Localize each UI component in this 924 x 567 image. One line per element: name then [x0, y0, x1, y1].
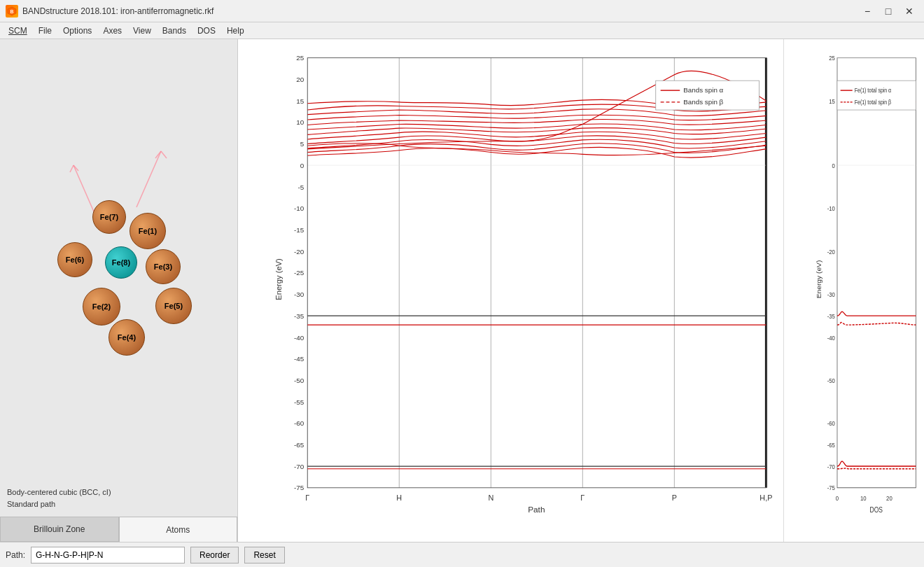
dos-chart: 25 15 0 -10 -20 -30 -35 -40 -50 -60 -65 … [784, 39, 924, 542]
svg-rect-51 [656, 80, 760, 110]
reset-button[interactable]: Reset [244, 547, 284, 564]
svg-text:-10: -10 [827, 205, 835, 213]
menu-bands[interactable]: Bands [157, 24, 192, 37]
svg-text:-40: -40 [827, 334, 835, 342]
svg-line-5 [136, 151, 161, 207]
molecule-view: Fe(4) Fe(2) Fe(5) Fe(6) Fe(8) Fe(3) Fe(1… [0, 39, 237, 517]
minimize-button[interactable]: − [858, 4, 876, 18]
atom-fe2: Fe(2) [83, 288, 120, 326]
band-chart-svg: 25 20 15 10 5 0 -5 -10 -15 -20 -25 -30 -… [273, 45, 783, 514]
svg-text:DOS: DOS [870, 505, 883, 514]
svg-line-3 [70, 165, 74, 172]
close-button[interactable]: ✕ [900, 4, 918, 18]
svg-text:Bands spin β: Bands spin β [683, 98, 724, 106]
atom-fe3: Fe(3) [146, 249, 181, 284]
svg-text:N: N [488, 494, 493, 503]
svg-text:5: 5 [300, 140, 304, 148]
atom-fe1: Fe(1) [130, 213, 166, 249]
dos-chart-svg: 25 15 0 -10 -20 -30 -35 -40 -50 -60 -65 … [816, 45, 924, 514]
window-title: BANDstructure 2018.101: iron-antiferroma… [22, 6, 858, 16]
reorder-button[interactable]: Reorder [190, 547, 239, 564]
path-label: Path: [6, 550, 25, 560]
svg-text:10: 10 [860, 495, 867, 503]
svg-text:0: 0 [836, 495, 839, 503]
left-panel: Fe(4) Fe(2) Fe(5) Fe(6) Fe(8) Fe(3) Fe(1… [0, 39, 238, 542]
svg-text:-75: -75 [827, 484, 835, 492]
svg-text:25: 25 [296, 55, 304, 62]
svg-text:-10: -10 [294, 205, 304, 213]
svg-text:-25: -25 [294, 270, 304, 277]
svg-text:15: 15 [829, 97, 835, 105]
app-icon: B [6, 5, 18, 18]
svg-text:-55: -55 [294, 398, 304, 406]
svg-text:-30: -30 [294, 290, 304, 298]
menu-scm[interactable]: SCM [3, 24, 33, 37]
svg-text:-35: -35 [827, 312, 835, 320]
atom-fe6: Fe(6) [57, 242, 92, 277]
svg-text:-20: -20 [294, 248, 304, 255]
title-bar: B BANDstructure 2018.101: iron-antiferro… [0, 0, 924, 22]
svg-text:Energy (eV): Energy (eV) [274, 258, 283, 300]
svg-text:-75: -75 [294, 484, 304, 492]
svg-text:15: 15 [296, 97, 304, 105]
svg-line-4 [74, 165, 78, 171]
svg-text:Bands spin α: Bands spin α [683, 86, 724, 94]
tab-bar: Brillouin Zone Atoms [0, 517, 237, 542]
menu-help[interactable]: Help [221, 24, 250, 37]
maximize-button[interactable]: □ [879, 4, 897, 18]
svg-text:H,P: H,P [760, 494, 772, 503]
svg-text:-60: -60 [827, 420, 835, 428]
svg-text:-35: -35 [294, 312, 304, 320]
svg-text:25: 25 [829, 55, 835, 62]
svg-text:-30: -30 [827, 290, 835, 298]
svg-line-6 [155, 151, 161, 158]
svg-text:0: 0 [300, 162, 304, 169]
menu-view[interactable]: View [127, 24, 157, 37]
svg-text:Γ: Γ [305, 494, 309, 503]
svg-text:Path: Path [528, 505, 545, 514]
svg-text:-65: -65 [294, 441, 304, 449]
path-input[interactable] [31, 547, 185, 564]
menu-file[interactable]: File [33, 24, 57, 37]
svg-text:-40: -40 [294, 334, 304, 342]
tab-atoms[interactable]: Atoms [119, 517, 238, 542]
svg-text:H: H [396, 494, 402, 503]
svg-text:-50: -50 [827, 377, 835, 384]
tab-brillouin-zone[interactable]: Brillouin Zone [0, 517, 119, 542]
status-bar: Path: Reorder Reset [0, 542, 924, 567]
svg-text:Energy (eV): Energy (eV) [816, 260, 822, 299]
menu-axes[interactable]: Axes [97, 24, 127, 37]
atom-fe4: Fe(4) [108, 319, 145, 356]
charts-area: 25 20 15 10 5 0 -5 -10 -15 -20 -25 -30 -… [238, 39, 924, 542]
crystal-info: Body-centered cubic (BCC, cI) Standard p… [7, 486, 111, 510]
svg-text:20: 20 [296, 76, 304, 83]
svg-text:-70: -70 [294, 463, 304, 470]
menu-options[interactable]: Options [57, 24, 97, 37]
svg-text:Fe(1)  total spin β: Fe(1) total spin β [855, 99, 892, 106]
menu-bar: SCM File Options Axes View Bands DOS Hel… [0, 22, 924, 39]
svg-text:-70: -70 [827, 463, 835, 470]
atom-fe5: Fe(5) [155, 288, 192, 324]
svg-text:20: 20 [886, 495, 892, 503]
window-controls: − □ ✕ [858, 4, 918, 18]
svg-text:10: 10 [296, 119, 304, 127]
svg-text:B: B [10, 9, 13, 14]
svg-text:0: 0 [832, 162, 836, 169]
menu-dos[interactable]: DOS [192, 24, 221, 37]
svg-text:-5: -5 [298, 183, 304, 191]
svg-text:-15: -15 [294, 226, 304, 234]
svg-text:Fe(1)  total spin α: Fe(1) total spin α [855, 87, 892, 94]
svg-text:P: P [672, 494, 677, 503]
svg-text:-20: -20 [827, 248, 835, 255]
svg-text:Γ: Γ [580, 494, 584, 503]
svg-text:-60: -60 [294, 420, 304, 428]
svg-text:-45: -45 [294, 356, 304, 363]
atom-fe7: Fe(7) [92, 200, 126, 234]
svg-line-7 [161, 151, 167, 158]
band-chart: 25 20 15 10 5 0 -5 -10 -15 -20 -25 -30 -… [238, 39, 784, 542]
svg-text:-50: -50 [294, 377, 304, 384]
content-area: Fe(4) Fe(2) Fe(5) Fe(6) Fe(8) Fe(3) Fe(1… [0, 39, 924, 542]
atom-fe8: Fe(8) [105, 246, 137, 279]
svg-text:-65: -65 [827, 441, 835, 449]
